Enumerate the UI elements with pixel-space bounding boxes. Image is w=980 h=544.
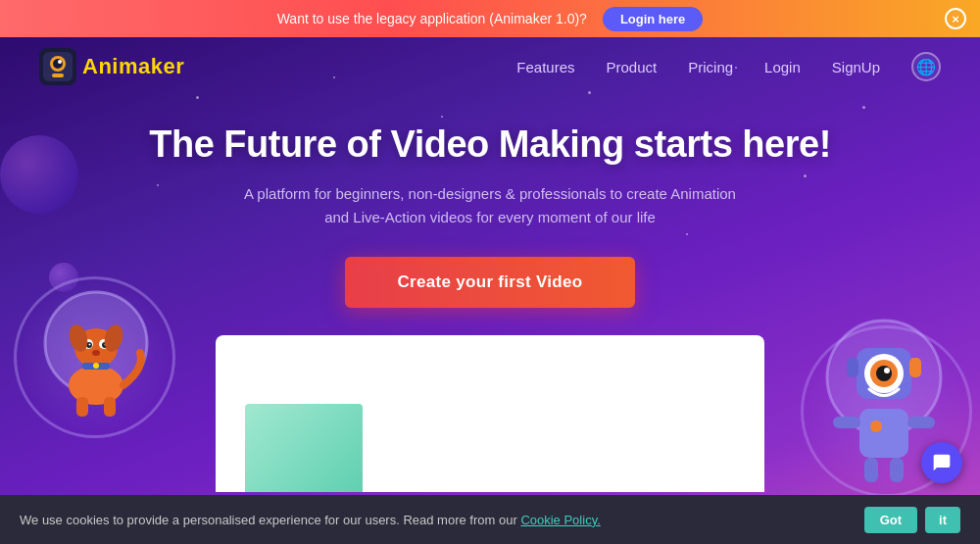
- nav-pricing[interactable]: Pricing: [688, 59, 733, 75]
- svg-point-20: [876, 366, 892, 381]
- banner-text: Want to use the legacy application (Anim…: [277, 11, 587, 26]
- main-area: Animaker Features Product Pricing Login …: [0, 37, 980, 544]
- svg-rect-35: [52, 74, 64, 77]
- svg-rect-15: [104, 397, 116, 417]
- nav-product[interactable]: Product: [607, 59, 658, 75]
- svg-rect-22: [847, 358, 858, 377]
- svg-rect-27: [907, 417, 935, 428]
- logo[interactable]: Animaker: [39, 48, 184, 85]
- globe-button[interactable]: 🌐: [911, 52, 941, 81]
- svg-point-34: [58, 60, 62, 64]
- svg-rect-24: [859, 409, 908, 458]
- video-preview: [216, 335, 764, 492]
- cookie-text: We use cookies to provide a personalised…: [20, 513, 857, 527]
- svg-point-25: [870, 420, 882, 432]
- svg-rect-14: [76, 397, 88, 417]
- globe-icon: 🌐: [916, 58, 936, 76]
- cta-button[interactable]: Create your first Video: [345, 257, 636, 308]
- cookie-got-button[interactable]: Got: [864, 507, 917, 533]
- top-banner: Want to use the legacy application (Anim…: [0, 0, 980, 37]
- hero-subtitle: A platform for beginners, non-designers …: [0, 182, 980, 229]
- svg-point-1: [69, 366, 123, 405]
- hero-title: The Future of Video Making starts here!: [108, 124, 872, 167]
- dog-character: [27, 270, 165, 426]
- navbar: Animaker Features Product Pricing Login …: [0, 37, 980, 96]
- svg-point-9: [89, 344, 91, 346]
- video-preview-content: [245, 404, 363, 492]
- cookie-it-button[interactable]: it: [925, 507, 960, 533]
- nav-signup[interactable]: SignUp: [832, 59, 880, 75]
- chat-icon: [932, 453, 952, 472]
- login-here-button[interactable]: Login here: [603, 7, 703, 31]
- svg-rect-28: [864, 458, 878, 482]
- nav-login[interactable]: Login: [764, 59, 801, 75]
- cookie-policy-link[interactable]: Cookie Policy.: [520, 513, 600, 527]
- svg-rect-26: [833, 417, 860, 428]
- svg-point-11: [92, 350, 100, 356]
- svg-rect-29: [890, 458, 904, 482]
- nav-links: Features Product Pricing Login SignUp 🌐: [516, 52, 941, 81]
- cookie-banner: We use cookies to provide a personalised…: [0, 495, 980, 544]
- svg-rect-23: [909, 358, 921, 377]
- svg-point-21: [884, 368, 890, 373]
- chat-button[interactable]: [921, 442, 962, 483]
- nav-features[interactable]: Features: [516, 59, 574, 75]
- svg-point-33: [53, 59, 63, 69]
- banner-close-button[interactable]: ×: [945, 8, 966, 29]
- logo-text: Animaker: [82, 54, 184, 79]
- logo-icon: [39, 48, 76, 85]
- svg-point-4: [93, 363, 99, 369]
